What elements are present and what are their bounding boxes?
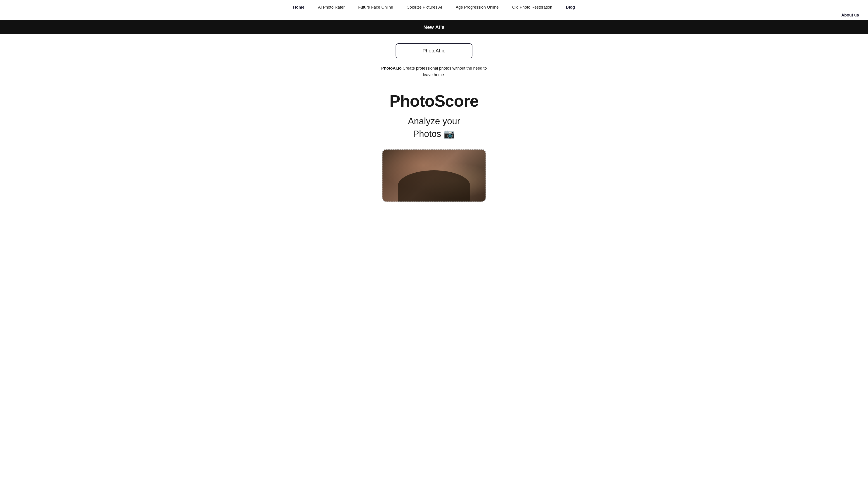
nav-top-row: Home AI Photo Rater Future Face Online C… [9,0,859,12]
photoai-description-bold: PhotoAI.io [381,66,401,70]
photoai-description-rest: Create professional photos without the n… [401,66,487,77]
photoai-description: PhotoAI.io Create professional photos wi… [380,65,488,78]
nav-ai-photo-rater[interactable]: AI Photo Rater [318,5,345,10]
photoscore-section: PhotoScore Analyze your Photos 📷 [4,92,864,206]
preview-image [382,150,486,201]
dashed-border-container [382,149,486,202]
photoscore-subtitle-line1: Analyze your [408,116,460,126]
photoscore-title: PhotoScore [390,92,478,110]
nav-bottom-row: About us [9,12,859,20]
nav-blog[interactable]: Blog [566,5,575,10]
navigation: Home AI Photo Rater Future Face Online C… [0,0,868,20]
new-ais-banner: New AI's [0,20,868,34]
photoscore-subtitle-line2: Photos 📷 [413,129,455,139]
main-content: PhotoAI.io PhotoAI.io Create professiona… [0,34,868,206]
image-upload-area[interactable] [382,149,486,202]
photoscore-subtitle: Analyze your Photos 📷 [408,115,460,140]
nav-about[interactable]: About us [841,13,859,18]
nav-future-face[interactable]: Future Face Online [358,5,393,10]
nav-age-progression[interactable]: Age Progression Online [456,5,499,10]
nav-home[interactable]: Home [293,5,305,10]
nav-colorize[interactable]: Colorize Pictures AI [407,5,442,10]
photoai-button[interactable]: PhotoAI.io [396,43,472,58]
nav-old-photo[interactable]: Old Photo Restoration [512,5,552,10]
banner-text: New AI's [423,24,445,30]
